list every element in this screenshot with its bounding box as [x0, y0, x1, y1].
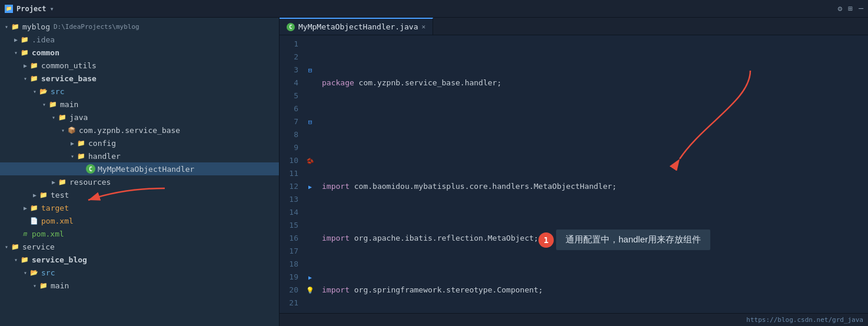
tree-item-test[interactable]: ▶ 📁 test — [0, 188, 279, 201]
folder-icon-target: 📁 — [29, 203, 39, 212]
tree-item-pom2[interactable]: ▶ m pom.xml — [0, 227, 279, 240]
project-sidebar: ▾ 📁 myblog D:\IdeaProjects\myblog ▶ 📁 .i… — [0, 18, 280, 326]
code-content[interactable]: package com.yzpnb.service_base.handler; … — [317, 35, 868, 313]
tab-java-icon: C — [287, 23, 295, 31]
tree-item-common-utils[interactable]: ▶ 📁 common_utils — [0, 59, 279, 72]
arrow-main2: ▾ — [31, 281, 39, 290]
settings-icon[interactable]: ⚙ — [838, 4, 843, 13]
title-bar: 📁 Project ▾ ⚙ ⊞ ─ — [0, 0, 868, 18]
tree-item-package[interactable]: ▾ 📦 com.yzpnb.service_base — [0, 124, 279, 137]
dropdown-icon[interactable]: ▾ — [50, 5, 54, 13]
gutter-14 — [303, 206, 317, 219]
label-java: java — [69, 113, 88, 122]
editor-tab-mymp[interactable]: C MyMpMetaObjectHandler.java ✕ — [280, 18, 433, 35]
arrow-service: ▾ — [2, 242, 11, 251]
gutter-1 — [303, 38, 317, 51]
project-label: Project — [16, 5, 46, 13]
arrow-target: ▶ — [21, 204, 29, 212]
arrow-resources: ▶ — [49, 178, 58, 186]
tree-item-mymp[interactable]: ▶ C MyMpMetaObjectHandler — [0, 162, 279, 175]
label-myblog: myblog — [22, 22, 50, 31]
code-line-2 — [322, 128, 863, 141]
path-myblog: D:\IdeaProjects\myblog — [54, 23, 139, 31]
tree-item-common[interactable]: ▾ 📁 common — [0, 46, 279, 59]
status-bar: https://blog.csdn.net/grd_java — [280, 313, 868, 326]
gutter-15 — [303, 219, 317, 232]
label-service-base: service_base — [41, 74, 97, 83]
arrow-service-base: ▾ — [21, 74, 29, 82]
label-pom1: pom.xml — [41, 217, 74, 225]
arrow-common: ▾ — [12, 48, 20, 56]
label-main: main — [60, 100, 78, 109]
file-tree: ▾ 📁 myblog D:\IdeaProjects\myblog ▶ 📁 .i… — [0, 18, 279, 326]
tree-item-main2[interactable]: ▾ 📁 main — [0, 279, 279, 292]
kw-package: package — [322, 76, 354, 89]
gutter-21 — [303, 297, 317, 310]
label-service: service — [22, 242, 55, 251]
tree-item-service-base[interactable]: ▾ 📁 service_base — [0, 72, 279, 85]
gutter-5 — [303, 89, 317, 102]
line-numbers: 1 2 3 4 5 6 7 8 9 10 11 12 13 14 15 16 1 — [280, 35, 303, 313]
gutter-13 — [303, 193, 317, 206]
gutter-6 — [303, 102, 317, 115]
kw-import5: import — [322, 284, 350, 297]
folder-icon-main: 📁 — [48, 99, 58, 109]
tree-item-idea[interactable]: ▶ 📁 .idea — [0, 33, 279, 46]
tree-item-myblog[interactable]: ▾ 📁 myblog D:\IdeaProjects\myblog — [0, 20, 279, 33]
java-class-icon: C — [86, 164, 95, 174]
code-line-5: import org.springframework.stereotype.Co… — [322, 284, 863, 297]
tree-item-resources[interactable]: ▶ 📁 resources — [0, 175, 279, 188]
gutter-11 — [303, 167, 317, 180]
editor-area: C MyMpMetaObjectHandler.java ✕ 1 2 3 4 5… — [280, 18, 868, 326]
arrow-java: ▾ — [49, 113, 58, 121]
code-normal: com.yzpnb.service_base.handler; — [354, 76, 501, 89]
tree-item-service[interactable]: ▾ 📁 service — [0, 240, 279, 253]
arrow-service-blog: ▾ — [12, 255, 20, 264]
arrow-idea: ▶ — [12, 35, 20, 44]
gutter-17 — [303, 245, 317, 258]
folder-icon-idea: 📁 — [20, 35, 29, 44]
tree-item-service-blog[interactable]: ▾ 📁 service_blog — [0, 253, 279, 266]
gutter-18 — [303, 258, 317, 271]
label-package: com.yzpnb.service_base — [79, 126, 180, 135]
folder-icon-service-blog: 📁 — [20, 255, 29, 264]
tree-item-target[interactable]: ▶ 📁 target — [0, 201, 279, 214]
bulb-icon: 💡 — [306, 287, 314, 294]
code-editor[interactable]: 1 2 3 4 5 6 7 8 9 10 11 12 13 14 15 16 1 — [280, 35, 868, 313]
label-service-blog: service_blog — [32, 255, 87, 264]
tree-item-src2[interactable]: ▾ 📂 src — [0, 266, 279, 279]
gutter-2 — [303, 51, 317, 64]
label-common-utils: common_utils — [41, 61, 97, 70]
label-idea: .idea — [32, 35, 55, 44]
maven-icon: m — [20, 229, 29, 238]
tree-item-handler[interactable]: ▾ 📁 handler — [0, 149, 279, 162]
tree-item-main[interactable]: ▾ 📁 main — [0, 98, 279, 111]
arrow-common-utils: ▶ — [21, 61, 29, 69]
ide-window: 📁 Project ▾ ⚙ ⊞ ─ ▾ 📁 myblog D:\IdeaProj… — [0, 0, 868, 326]
folder-icon-common: 📁 — [20, 48, 29, 57]
gutter-7: ⊟ — [303, 115, 317, 128]
gutter-4 — [303, 76, 317, 89]
main-layout: ▾ 📁 myblog D:\IdeaProjects\myblog ▶ 📁 .i… — [0, 18, 868, 326]
gutter-12: ▶ — [303, 180, 317, 193]
gutter-20: 💡 — [303, 284, 317, 297]
folder-icon-config: 📁 — [77, 138, 86, 148]
minimize-icon[interactable]: ─ — [859, 4, 863, 13]
label-resources: resources — [69, 178, 111, 187]
tree-item-java[interactable]: ▾ 📁 java — [0, 111, 279, 124]
folder-icon-service: 📁 — [11, 242, 20, 251]
label-common: common — [32, 48, 59, 57]
tab-close-button[interactable]: ✕ — [422, 23, 426, 31]
label-src: src — [51, 87, 64, 96]
tree-item-pom1[interactable]: ▶ 📄 pom.xml — [0, 214, 279, 227]
arrow-main: ▾ — [40, 100, 48, 108]
label-src2: src — [41, 268, 55, 277]
gutter-8 — [303, 128, 317, 141]
arrow-myblog: ▾ — [2, 22, 11, 31]
bean-icon: 🫘 — [307, 158, 314, 164]
tree-item-config[interactable]: ▶ 📁 config — [0, 137, 279, 149]
tooltip-number: 1 — [538, 232, 554, 248]
layout-icon[interactable]: ⊞ — [848, 4, 853, 13]
tree-item-src[interactable]: ▾ 📂 src — [0, 85, 279, 98]
label-mymp: MyMpMetaObjectHandler — [98, 165, 194, 174]
